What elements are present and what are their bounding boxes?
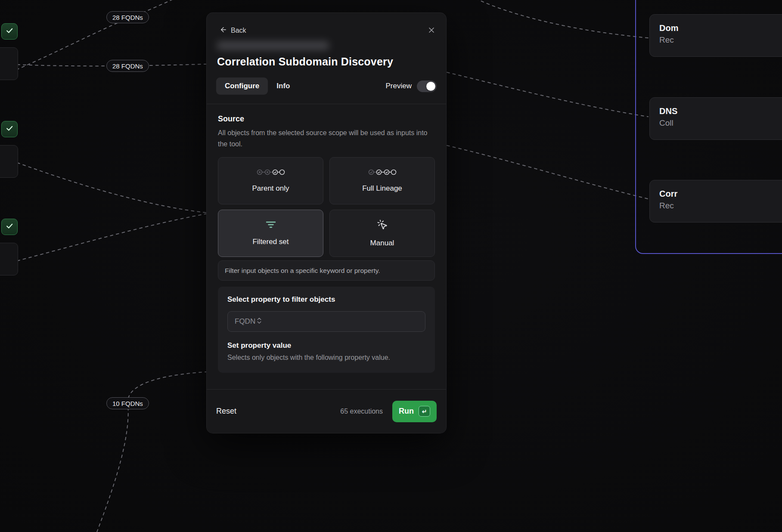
reset-button[interactable]: Reset	[216, 407, 236, 416]
edge-count-badge: 28 FQDNs	[106, 60, 149, 72]
cursor-click-icon	[377, 219, 388, 232]
graph-node-card[interactable]: Dom Rec	[649, 14, 782, 57]
property-select-label: Select property to filter objects	[227, 295, 425, 304]
graph-node[interactable]	[0, 243, 18, 275]
edge-count-badge: 28 FQDNs	[106, 11, 149, 23]
option-label: Manual	[370, 239, 394, 247]
run-button[interactable]: Run ↵	[392, 401, 437, 422]
source-scope-options: Parent only Full Lineage	[218, 157, 435, 257]
executions-count: 65 executions	[340, 408, 383, 415]
modal-header: Back Correlation Subdomain Discovery Con…	[207, 13, 446, 104]
close-button[interactable]	[426, 25, 437, 37]
filter-icon	[265, 220, 276, 231]
preview-label: Preview	[386, 82, 412, 90]
chevrons-up-down-icon	[255, 317, 263, 326]
back-button[interactable]: Back	[216, 26, 246, 35]
preview-toggle[interactable]	[417, 80, 437, 92]
source-heading: Source	[218, 114, 435, 124]
tool-config-modal: Back Correlation Subdomain Discovery Con…	[207, 13, 446, 433]
node-card-title: Dom	[659, 22, 782, 34]
property-select[interactable]: FQDN	[227, 311, 425, 332]
tab-info[interactable]: Info	[268, 77, 298, 95]
enter-key-icon: ↵	[419, 406, 430, 417]
option-full-lineage[interactable]: Full Lineage	[329, 157, 435, 204]
modal-body: Source All objects from the selected sou…	[207, 104, 446, 389]
option-manual[interactable]: Manual	[329, 210, 435, 257]
close-icon	[427, 29, 436, 36]
graph-node[interactable]	[0, 145, 18, 178]
arrow-left-icon	[220, 26, 227, 35]
option-label: Full Lineage	[362, 184, 402, 193]
option-parent-only[interactable]: Parent only	[218, 157, 323, 204]
option-label: Parent only	[252, 184, 289, 193]
node-card-title: Corr	[659, 188, 782, 200]
toggle-knob	[426, 82, 435, 91]
node-card-subtitle: Rec	[659, 200, 782, 212]
back-label: Back	[231, 27, 246, 34]
edge-count-badge: 10 FQDNs	[106, 397, 149, 409]
node-success-check	[1, 219, 18, 235]
source-description: All objects from the selected source sco…	[218, 127, 430, 150]
lineage-chain-icon	[368, 169, 397, 177]
node-card-title: DNS	[659, 105, 782, 117]
node-card-subtitle: Rec	[659, 34, 782, 46]
blurred-subtitle	[217, 41, 329, 50]
modal-footer: Reset 65 executions Run ↵	[207, 389, 446, 433]
graph-node-card[interactable]: Corr Rec	[649, 180, 782, 223]
node-card-subtitle: Coll	[659, 117, 782, 129]
property-select-value: FQDN	[235, 317, 255, 326]
option-label: Filtered set	[252, 238, 289, 246]
filter-hint: Filter input objects on a specific keywo…	[218, 260, 435, 281]
check-icon	[5, 222, 14, 232]
check-icon	[5, 124, 14, 134]
lineage-chain-icon	[256, 169, 285, 177]
node-success-check	[1, 23, 18, 40]
modal-title: Correlation Subdomain Discovery	[217, 54, 437, 69]
check-icon	[5, 26, 14, 37]
run-label: Run	[399, 407, 414, 416]
option-filtered-set[interactable]: Filtered set	[218, 210, 323, 257]
property-value-description: Selects only objects with the following …	[227, 354, 425, 362]
graph-node-card[interactable]: DNS Coll	[649, 97, 782, 140]
property-value-label: Set property value	[227, 341, 425, 350]
graph-node[interactable]	[0, 47, 18, 80]
tab-configure[interactable]: Configure	[216, 77, 268, 95]
filter-settings-panel: Select property to filter objects FQDN S…	[218, 287, 435, 373]
node-success-check	[1, 121, 18, 137]
